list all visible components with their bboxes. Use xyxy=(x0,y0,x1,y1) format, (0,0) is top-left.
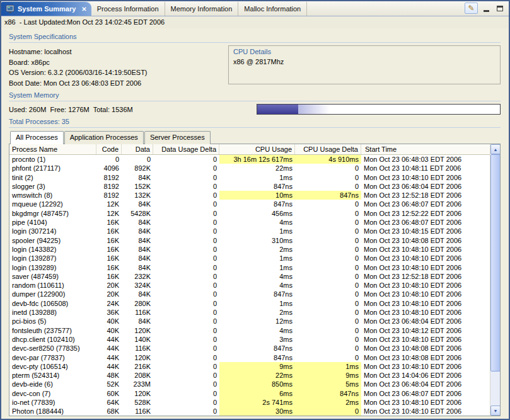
cell-cpu-usage-delta: 0 xyxy=(295,164,361,173)
table-row[interactable]: inetd (139288) 36K 116K 0 2ms 0 Mon Oct … xyxy=(9,308,490,317)
log-settings-button[interactable]: ✎ xyxy=(465,3,478,14)
maximize-button[interactable] xyxy=(494,3,506,13)
cell-data: 233M xyxy=(122,380,153,389)
scroll-up-button[interactable]: ▲ xyxy=(490,144,501,154)
cell-cpu-usage-delta: 0 xyxy=(295,254,361,263)
table-row[interactable]: Photon (188444) 68K 116K 0 30ms 0 Mon Oc… xyxy=(9,407,490,416)
scroll-down-button[interactable]: ▼ xyxy=(490,406,501,416)
cell-data: 208K xyxy=(122,371,153,380)
cell-start-time: Mon Oct 23 10:48:10 EDT 2006 xyxy=(361,407,490,416)
col-header-data-usage-delta[interactable]: Data Usage Delta xyxy=(153,144,219,154)
view-toolbar: ✎ xyxy=(465,3,509,14)
table-row[interactable]: devc-ser8250 (77835) 44K 116K 0 847ns 0 … xyxy=(9,344,490,353)
cpu-details-value: x86 @ 2817Mhz xyxy=(233,58,496,65)
table-row[interactable]: procnto (1) 0 0 0 3h 16m 12s 617ms 4s 91… xyxy=(9,155,490,164)
cell-cpu-usage-delta: 0 xyxy=(295,236,361,245)
cell-data: 84K xyxy=(122,218,153,227)
table-row[interactable]: login (139289) 16K 84K 0 1ms 0 Mon Oct 2… xyxy=(9,263,490,272)
vertical-scrollbar[interactable]: ▲ ▼ xyxy=(490,144,500,416)
cell-cpu-usage-delta: 0 xyxy=(295,326,361,335)
minimize-button[interactable] xyxy=(480,3,492,13)
cell-code: 60K xyxy=(96,389,122,398)
tab-application-processes[interactable]: Application Processes xyxy=(64,131,144,144)
cell-start-time: Mon Oct 23 06:48:07 EDT 2006 xyxy=(361,389,490,398)
table-row[interactable]: tinit (2) 8192 84K 0 1ms 0 Mon Oct 23 10… xyxy=(9,173,490,182)
col-header-data[interactable]: Data xyxy=(122,144,153,154)
cell-cpu-usage-delta: 5ms xyxy=(295,380,361,389)
table-row[interactable]: slogger (3) 8192 152K 0 847ns 0 Mon Oct … xyxy=(9,182,490,191)
table-row[interactable]: login (139287) 16K 84K 0 1ms 0 Mon Oct 2… xyxy=(9,254,490,263)
cell-data: 528K xyxy=(122,398,153,407)
cell-process-name: bkgdmgr (487457) xyxy=(9,209,96,218)
table-row[interactable]: login (307214) 16K 84K 0 1ms 0 Mon Oct 2… xyxy=(9,227,490,236)
cell-data: 116K xyxy=(122,344,153,353)
cell-cpu-usage: 847ns xyxy=(219,200,295,208)
table-row[interactable]: bkgdmgr (487457) 12K 5428K 0 456ms 0 Mon… xyxy=(9,209,490,218)
cell-data-usage-delta: 0 xyxy=(153,362,219,371)
cell-cpu-usage-delta: 0 xyxy=(295,353,361,362)
table-row[interactable]: pci-bios (5) 40K 84K 0 12ms 0 Mon Oct 23… xyxy=(9,317,490,326)
table-row[interactable]: mqueue (12292) 12K 84K 0 847ns 0 Mon Oct… xyxy=(9,200,490,208)
col-header-cpu-usage-delta[interactable]: CPU Usage Delta xyxy=(295,144,361,154)
system-memory-section: Used: 260M Free: 1276M Total: 1536M xyxy=(9,104,501,115)
cell-data-usage-delta: 0 xyxy=(153,344,219,353)
cell-data-usage-delta: 0 xyxy=(153,407,219,416)
tab-all-processes[interactable]: All Processes xyxy=(10,131,64,144)
tab-server-processes[interactable]: Server Processes xyxy=(144,131,211,144)
cell-cpu-usage-delta: 0 xyxy=(295,200,361,208)
tab-memory-information[interactable]: Memory Information xyxy=(165,2,239,16)
table-row[interactable]: random (110611) 20K 324K 0 4ms 0 Mon Oct… xyxy=(9,281,490,290)
cell-code: 20K xyxy=(96,290,122,298)
col-header-start-time[interactable]: Start Time xyxy=(361,144,490,154)
cell-code: 16K xyxy=(96,254,122,263)
table-row[interactable]: dumper (122900) 20K 84K 0 847ns 0 Mon Oc… xyxy=(9,290,490,298)
close-icon[interactable]: ✕ xyxy=(81,6,86,13)
table-row[interactable]: dhcp.client (102410) 44K 140K 0 3ms 0 Mo… xyxy=(9,335,490,344)
cell-cpu-usage-delta: 847ns xyxy=(295,191,361,200)
table-row[interactable]: fontsleuth (237577) 40K 120K 0 4ms 0 Mon… xyxy=(9,326,490,335)
cell-start-time: Mon Oct 23 12:52:18 EDT 2006 xyxy=(361,272,490,281)
cell-start-time: Mon Oct 23 10:48:12 EDT 2006 xyxy=(361,326,490,335)
tab-malloc-information[interactable]: Malloc Information xyxy=(238,2,307,16)
cell-cpu-usage: 4ms xyxy=(219,281,295,290)
pen-icon: ✎ xyxy=(468,4,474,13)
table-row[interactable]: devc-pty (106514) 44K 216K 0 9ms 1ms Mon… xyxy=(9,362,490,371)
content-area: System Specifications Hostname: localhos… xyxy=(1,28,509,419)
cell-start-time: Mon Oct 23 10:48:08 EDT 2006 xyxy=(361,344,490,353)
cell-data: 232K xyxy=(122,272,153,281)
cell-code: 0 xyxy=(96,155,122,164)
table-row[interactable]: devb-eide (6) 52K 233M 0 850ms 5ms Mon O… xyxy=(9,380,490,389)
tab-label: Malloc Information xyxy=(244,5,301,13)
cell-data-usage-delta: 0 xyxy=(153,380,219,389)
table-row[interactable]: pipe (4104) 16K 84K 0 4ms 0 Mon Oct 23 0… xyxy=(9,218,490,227)
table-row[interactable]: spooler (94225) 16K 84K 0 310ms 0 Mon Oc… xyxy=(9,236,490,245)
cell-data-usage-delta: 0 xyxy=(153,308,219,317)
table-row[interactable]: login (143382) 16K 84K 0 2ms 0 Mon Oct 2… xyxy=(9,245,490,254)
table-row[interactable]: pterm (524314) 48K 208K 0 22ms 9ms Mon O… xyxy=(9,371,490,380)
tab-process-information[interactable]: Process Information xyxy=(91,2,165,16)
scrollbar-thumb[interactable] xyxy=(490,154,501,372)
cell-data-usage-delta: 0 xyxy=(153,209,219,218)
cell-process-name: io-net (77839) xyxy=(9,398,96,407)
table-row[interactable]: io-net (77839) 64K 528K 0 2s 741ms 2ms M… xyxy=(9,398,490,407)
table-row[interactable]: wmswitch (8) 8192 132K 0 10ms 847ns Mon … xyxy=(9,191,490,200)
table-row[interactable]: phfont (217117) 4096 892K 0 22ms 0 Mon O… xyxy=(9,164,490,173)
cell-process-name: pipe (4104) xyxy=(9,218,96,227)
cell-data: 892K xyxy=(122,164,153,173)
table-row[interactable]: saver (487459) 16K 232K 0 4ms 0 Mon Oct … xyxy=(9,272,490,281)
cell-start-time: Mon Oct 23 10:48:10 EDT 2006 xyxy=(361,299,490,308)
col-header-code[interactable]: Code xyxy=(96,144,122,154)
cell-cpu-usage-delta: 0 xyxy=(295,335,361,344)
cell-process-name: random (110611) xyxy=(9,281,96,290)
tab-system-summary[interactable]: System Summary ✕ xyxy=(1,2,91,16)
table-row[interactable]: devc-par (77837) 44K 120K 0 847ns 0 Mon … xyxy=(9,353,490,362)
table-row[interactable]: devc-con (7) 60K 120K 0 6ms 847ns Mon Oc… xyxy=(9,389,490,398)
cell-start-time: Mon Oct 23 14:04:06 EDT 2006 xyxy=(361,371,490,380)
cell-start-time: Mon Oct 23 10:48:08 EDT 2006 xyxy=(361,353,490,362)
table-row[interactable]: devb-fdc (106508) 24K 280K 0 1ms 0 Mon O… xyxy=(9,299,490,308)
system-specifications-title: System Specifications xyxy=(9,30,501,40)
cell-data-usage-delta: 0 xyxy=(153,218,219,227)
col-header-process-name[interactable]: Process Name xyxy=(9,144,96,154)
cell-data-usage-delta: 0 xyxy=(153,353,219,362)
col-header-cpu-usage[interactable]: CPU Usage xyxy=(219,144,295,154)
